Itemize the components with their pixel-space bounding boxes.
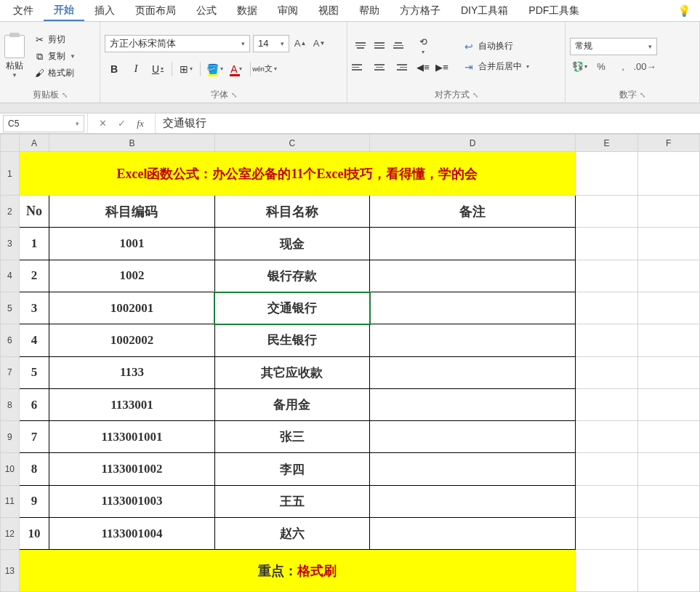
row-header[interactable]: 9 — [1, 421, 20, 453]
orientation-button[interactable]: ⟲▾ — [414, 37, 432, 55]
header-cell-name[interactable]: 科目名称 — [214, 196, 370, 228]
data-cell-note[interactable] — [370, 228, 576, 260]
menu-home[interactable]: 开始 — [44, 1, 84, 21]
cancel-formula-button[interactable]: ✕ — [95, 118, 110, 129]
data-cell-no[interactable]: 6 — [19, 388, 49, 420]
data-cell-code[interactable]: 1133 — [49, 356, 214, 388]
cell[interactable] — [637, 356, 699, 388]
cell[interactable] — [637, 260, 699, 292]
cut-button[interactable]: ✂ 剪切 — [31, 32, 79, 47]
data-cell-no[interactable]: 3 — [19, 292, 49, 324]
cell[interactable] — [576, 228, 637, 260]
data-cell-code[interactable]: 1001 — [49, 228, 214, 260]
tell-me-icon[interactable]: 💡 — [677, 4, 691, 17]
data-cell-no[interactable]: 9 — [19, 485, 49, 517]
formula-input[interactable]: 交通银行 — [156, 113, 700, 133]
paste-button[interactable]: 粘贴 ▼ — [4, 35, 25, 79]
align-center-button[interactable] — [371, 59, 388, 76]
increase-decimal-button[interactable]: .00→ — [635, 58, 654, 76]
data-cell-code[interactable]: 1133001003 — [49, 485, 214, 517]
row-header[interactable]: 2 — [1, 196, 20, 228]
menu-pdf[interactable]: PDF工具集 — [518, 1, 590, 20]
underline-button[interactable]: U▾ — [148, 60, 167, 79]
data-cell-no[interactable]: 7 — [19, 421, 49, 453]
cell[interactable] — [576, 196, 637, 228]
insert-function-button[interactable]: fx — [133, 118, 148, 129]
align-bottom-button[interactable] — [390, 37, 407, 55]
data-cell-no[interactable]: 1 — [19, 228, 49, 260]
cell[interactable] — [576, 453, 637, 485]
merge-center-button[interactable]: ⇥ 合并后居中 ▾ — [459, 59, 532, 75]
fill-color-button[interactable]: 🪣▾ — [205, 60, 224, 79]
dialog-launcher-icon[interactable]: ⤡ — [472, 91, 478, 99]
header-cell-no[interactable]: No — [19, 196, 49, 228]
row-header[interactable]: 5 — [1, 292, 20, 324]
font-name-select[interactable]: 方正小标宋简体 ▾ — [105, 35, 250, 52]
row-header[interactable]: 6 — [1, 324, 20, 356]
menu-file[interactable]: 文件 — [3, 1, 44, 20]
cell[interactable] — [576, 152, 637, 196]
header-cell-note[interactable]: 备注 — [370, 196, 576, 228]
menu-insert[interactable]: 插入 — [84, 1, 125, 20]
row-header[interactable]: 10 — [1, 453, 20, 485]
data-cell-no[interactable]: 4 — [19, 324, 49, 356]
dialog-launcher-icon[interactable]: ⤡ — [231, 91, 237, 99]
increase-font-button[interactable]: A▲ — [292, 35, 308, 52]
data-cell-name[interactable]: 赵六 — [214, 517, 370, 549]
cell[interactable] — [576, 550, 637, 592]
data-cell-code[interactable]: 1002001 — [49, 292, 214, 324]
cell[interactable] — [576, 421, 637, 453]
cell[interactable] — [576, 292, 637, 324]
bold-button[interactable]: B — [105, 60, 124, 79]
data-cell-code[interactable]: 1133001004 — [49, 517, 214, 549]
cell[interactable] — [576, 324, 637, 356]
phonetic-button[interactable]: wén文▾ — [255, 60, 274, 79]
cell[interactable] — [637, 517, 699, 549]
data-cell-note[interactable] — [370, 324, 576, 356]
data-cell-name[interactable]: 张三 — [214, 421, 370, 453]
cell[interactable] — [637, 196, 699, 228]
row-header[interactable]: 4 — [1, 260, 20, 292]
cell[interactable] — [576, 260, 637, 292]
cell[interactable] — [637, 228, 699, 260]
data-cell-code[interactable]: 1133001002 — [49, 453, 214, 485]
align-left-button[interactable] — [352, 59, 369, 76]
align-middle-button[interactable] — [371, 37, 388, 55]
menu-data[interactable]: 数据 — [227, 1, 267, 20]
cell[interactable] — [576, 517, 637, 549]
decrease-indent-button[interactable]: ◀≡ — [414, 59, 432, 76]
data-cell-name[interactable]: 李四 — [214, 453, 370, 485]
data-cell-note[interactable] — [370, 485, 576, 517]
data-cell-name[interactable]: 现金 — [214, 228, 370, 260]
decrease-font-button[interactable]: A▼ — [311, 35, 327, 52]
cell[interactable] — [637, 421, 699, 453]
name-box[interactable]: C5 ▾ — [3, 115, 84, 132]
wrap-text-button[interactable]: ↩ 自动换行 — [459, 39, 532, 55]
data-cell-code[interactable]: 1002002 — [49, 324, 214, 356]
row-header[interactable]: 13 — [1, 550, 20, 592]
row-header[interactable]: 3 — [1, 228, 20, 260]
col-header-d[interactable]: D — [370, 135, 576, 152]
comma-format-button[interactable]: , — [613, 58, 632, 76]
title-cell[interactable]: Excel函数公式：办公室必备的11个Excel技巧，看得懂，学的会 — [19, 152, 576, 196]
col-header-b[interactable]: B — [49, 135, 214, 152]
data-cell-name[interactable]: 王五 — [214, 485, 370, 517]
font-size-select[interactable]: 14 ▾ — [253, 35, 289, 52]
data-cell-name[interactable]: 银行存款 — [214, 260, 370, 292]
col-header-f[interactable]: F — [637, 135, 699, 152]
menu-review[interactable]: 审阅 — [267, 1, 308, 20]
data-cell-code[interactable]: 1133001001 — [49, 421, 214, 453]
row-header[interactable]: 1 — [1, 152, 20, 196]
data-cell-name[interactable]: 其它应收款 — [214, 356, 370, 388]
cell[interactable] — [637, 485, 699, 517]
footer-cell[interactable]: 重点：格式刷 — [19, 550, 576, 592]
data-cell-note[interactable] — [370, 421, 576, 453]
align-top-button[interactable] — [352, 37, 369, 55]
cell[interactable] — [637, 388, 699, 420]
row-header[interactable]: 11 — [1, 485, 20, 517]
cell[interactable] — [637, 292, 699, 324]
col-header-c[interactable]: C — [214, 135, 370, 152]
menu-view[interactable]: 视图 — [308, 1, 349, 20]
percent-format-button[interactable]: % — [592, 58, 611, 76]
row-header[interactable]: 12 — [1, 517, 20, 549]
